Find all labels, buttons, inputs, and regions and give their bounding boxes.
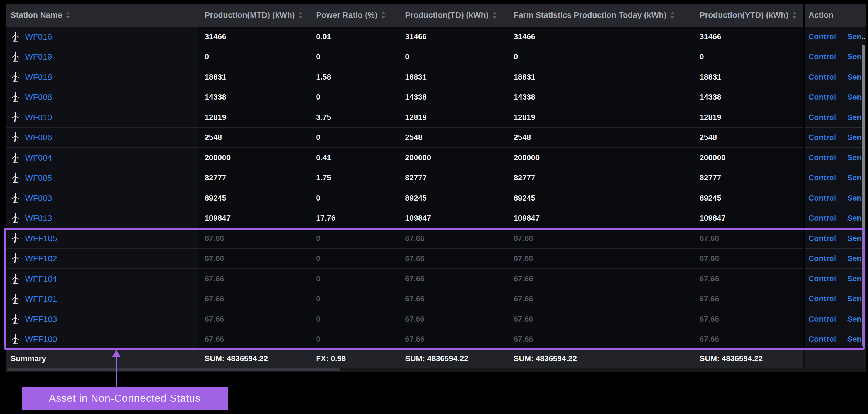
value-production_td: 12819 <box>405 113 427 122</box>
column-header-farm-statistics-production-today-kwh-[interactable]: Farm Statistics Production Today (kWh) <box>507 4 693 27</box>
column-header-power-ratio-[interactable]: Power Ratio (%) <box>310 4 399 27</box>
cell-production_mtd: 12819 <box>198 107 310 128</box>
control-link[interactable]: Control <box>808 294 836 303</box>
station-cell: WF005 <box>6 168 198 188</box>
table-row: WFF10567.66067.6667.6667.66ControlSen... <box>6 228 866 249</box>
value-power_ratio: 0.41 <box>316 153 331 162</box>
control-link[interactable]: Control <box>808 113 836 122</box>
cell-production_ytd: 14338 <box>693 87 803 108</box>
control-link[interactable]: Control <box>808 254 836 263</box>
station-name-link[interactable]: WF005 <box>25 173 52 183</box>
station-name-link[interactable]: WF008 <box>25 92 52 102</box>
value-production_mtd: 31466 <box>205 32 226 41</box>
station-name-link[interactable]: WFF100 <box>25 335 57 344</box>
station-name-link[interactable]: WF006 <box>25 133 52 142</box>
value-production_td: 200000 <box>405 153 431 162</box>
value-production_td: 0 <box>405 52 409 61</box>
value-production_ytd: 67.66 <box>700 234 719 243</box>
wind-turbine-icon <box>10 293 20 304</box>
action-cell: ControlSen... <box>805 249 866 269</box>
control-link[interactable]: Control <box>808 274 836 283</box>
station-name-link[interactable]: WFF101 <box>25 294 57 304</box>
column-header-station-name[interactable]: Station Name <box>6 4 198 27</box>
value-production_ytd: 2548 <box>700 133 717 142</box>
station-name-link[interactable]: WF010 <box>25 113 52 122</box>
station-cell: WFF104 <box>6 269 198 289</box>
wind-turbine-icon <box>10 153 20 163</box>
value-power_ratio: 1.58 <box>316 73 331 82</box>
station-name-link[interactable]: WF013 <box>25 213 52 223</box>
table-row: WF016314660.01314663146631466ControlSen.… <box>6 27 866 47</box>
action-cell: ControlSen... <box>805 87 866 108</box>
value-farm_statistics_today: 89245 <box>514 194 535 202</box>
send-link-truncated[interactable]: Sen... <box>847 32 866 41</box>
cell-production_td: 67.66 <box>399 289 507 309</box>
control-link[interactable]: Control <box>808 133 836 142</box>
station-name-link[interactable]: WFF105 <box>25 234 57 243</box>
table-row: WF01310984717.76109847109847109847Contro… <box>6 209 866 229</box>
wind-turbine-icon <box>10 213 20 223</box>
cell-farm_statistics_today: 12819 <box>507 107 693 128</box>
control-link[interactable]: Control <box>808 52 836 61</box>
control-link[interactable]: Control <box>808 93 836 101</box>
value-production_mtd: 67.66 <box>205 254 224 263</box>
station-cell: WF006 <box>6 128 198 148</box>
station-name-link[interactable]: WFF103 <box>25 314 57 324</box>
cell-power_ratio: 0 <box>310 87 399 108</box>
wind-turbine-icon <box>10 112 20 123</box>
table-summary-row: SummarySUM: 4836594.22FX: 0.98SUM: 48365… <box>6 349 866 368</box>
sort-carets-icon <box>492 12 497 19</box>
vertical-scrollbar-thumb[interactable] <box>862 44 865 346</box>
cell-production_mtd: 18831 <box>198 67 310 87</box>
column-header-label: Farm Statistics Production Today (kWh) <box>514 10 666 20</box>
horizontal-scrollbar-thumb[interactable] <box>7 368 340 372</box>
column-header-production-mtd-kwh-[interactable]: Production(MTD) (kWh) <box>198 4 310 27</box>
cell-power_ratio: 0 <box>310 309 399 329</box>
action-cell: ControlSen... <box>805 188 866 209</box>
value-power_ratio: 0 <box>316 93 320 101</box>
cell-production_ytd: 67.66 <box>693 309 803 329</box>
cell-production_td: 109847 <box>399 209 507 229</box>
wind-turbine-icon <box>10 253 20 264</box>
cell-power_ratio: 0 <box>310 289 399 309</box>
control-link[interactable]: Control <box>808 194 836 202</box>
control-link[interactable]: Control <box>808 335 836 344</box>
control-link[interactable]: Control <box>808 234 836 243</box>
control-link[interactable]: Control <box>808 214 836 223</box>
cell-production_mtd: 67.66 <box>198 249 310 269</box>
value-power_ratio: 0 <box>316 234 320 243</box>
horizontal-scrollbar-track[interactable] <box>6 368 866 372</box>
value-power_ratio: 3.75 <box>316 113 331 122</box>
cell-production_td: 67.66 <box>399 309 507 329</box>
station-name-link[interactable]: WF016 <box>25 32 52 41</box>
station-name-link[interactable]: WF003 <box>25 193 52 203</box>
value-power_ratio: 0 <box>316 274 320 283</box>
control-link[interactable]: Control <box>808 315 836 324</box>
cell-production_ytd: 67.66 <box>693 329 803 350</box>
station-production-table: Station NameProduction(MTD) (kWh)Power R… <box>6 4 866 368</box>
control-link[interactable]: Control <box>808 153 836 162</box>
cell-farm_statistics_today: 67.66 <box>507 269 693 289</box>
station-name-link[interactable]: WF004 <box>25 153 52 162</box>
control-link[interactable]: Control <box>808 32 836 41</box>
column-header-production-td-kwh-[interactable]: Production(TD) (kWh) <box>399 4 507 27</box>
cell-production_mtd: 0 <box>198 47 310 67</box>
control-link[interactable]: Control <box>808 173 836 182</box>
cell-production_ytd: 82777 <box>693 168 803 188</box>
value-production_td: 67.66 <box>405 234 425 243</box>
cell-farm_statistics_today: 67.66 <box>507 249 693 269</box>
annotation-arrowhead <box>112 350 121 357</box>
station-name-link[interactable]: WF018 <box>25 72 52 82</box>
control-link[interactable]: Control <box>808 73 836 82</box>
station-cell: WF016 <box>6 27 198 47</box>
cell-farm_statistics_today: 67.66 <box>507 228 693 249</box>
wind-turbine-icon <box>10 72 20 82</box>
station-name-link[interactable]: WFF104 <box>25 274 57 284</box>
column-header-production-ytd-kwh-[interactable]: Production(YTD) (kWh) <box>693 4 803 27</box>
station-name-link[interactable]: WFF102 <box>25 254 57 263</box>
station-name-link[interactable]: WF019 <box>25 52 52 62</box>
value-power_ratio: 0 <box>316 52 320 61</box>
cell-production_mtd: 67.66 <box>198 228 310 249</box>
summary-value: SUM: 4836594.22 <box>399 349 507 368</box>
column-header-label: Power Ratio (%) <box>316 10 377 20</box>
